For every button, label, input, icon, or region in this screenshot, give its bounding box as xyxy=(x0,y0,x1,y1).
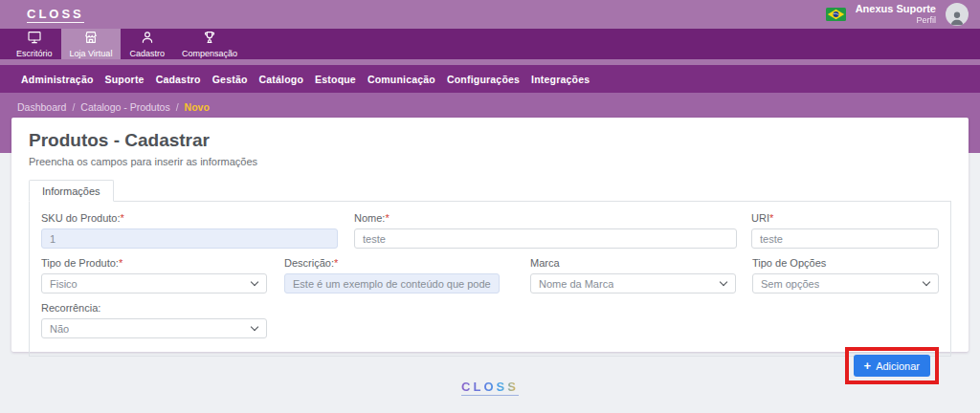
module-item-label: Loja Virtual xyxy=(70,49,113,58)
menu-item-cadastro[interactable]: Cadastro xyxy=(150,74,207,85)
trophy-icon xyxy=(202,30,217,47)
menu-item-comunicacao[interactable]: Comunicação xyxy=(362,74,441,85)
module-item-loja-virtual[interactable]: Loja Virtual xyxy=(61,29,122,59)
module-item-cadastro[interactable]: Cadastro xyxy=(121,29,173,59)
menu-item-configuracoes[interactable]: Configurações xyxy=(441,74,525,85)
recorrencia-label: Recorrência: xyxy=(41,302,267,314)
marca-value: Nome da Marca xyxy=(539,278,613,290)
tipo-opcoes-label: Tipo de Opções xyxy=(752,257,939,269)
plus-icon: + xyxy=(864,359,872,372)
uri-label: URI* xyxy=(751,212,939,224)
required-asterisk: * xyxy=(119,257,122,269)
sku-label: SKU do Produto:* xyxy=(41,212,338,224)
menu-item-suporte[interactable]: Suporte xyxy=(100,74,150,85)
menu-item-integracoes[interactable]: Integrações xyxy=(525,74,595,85)
tipo-produto-value: Fisico xyxy=(50,278,78,290)
field-descricao: Descrição:* xyxy=(284,257,500,293)
menu-item-administracao[interactable]: Administração xyxy=(15,74,100,85)
page-subtitle: Preencha os campos para inserir as infor… xyxy=(29,156,951,167)
field-recorrencia: Recorrência: Não xyxy=(41,302,267,338)
tipo-opcoes-select[interactable]: Sem opções xyxy=(752,273,939,293)
header-right: Anexus Suporte Perfil xyxy=(826,3,969,26)
module-item-label: Escritório xyxy=(16,49,53,58)
descricao-input[interactable] xyxy=(284,273,500,293)
breadcrumb-dashboard[interactable]: Dashboard xyxy=(17,101,66,113)
main-content: Dashboard / Catalogo - Produtos / Novo P… xyxy=(0,93,980,413)
module-item-label: Compensação xyxy=(182,49,237,58)
module-item-compensacao[interactable]: Compensação xyxy=(173,29,246,59)
field-tipo-opcoes: Tipo de Opções Sem opções xyxy=(752,257,939,293)
module-item-label: Cadastro xyxy=(129,49,165,58)
menu-item-estoque[interactable]: Estoque xyxy=(309,74,362,85)
marca-label: Marca xyxy=(530,257,736,269)
person-icon xyxy=(140,30,155,47)
adicionar-button-label: Adicionar xyxy=(876,360,920,372)
descricao-label: Descrição:* xyxy=(284,257,500,269)
field-marca: Marca Nome da Marca xyxy=(530,257,736,293)
breadcrumb-separator: / xyxy=(176,101,179,113)
nome-input[interactable] xyxy=(354,228,737,249)
store-icon xyxy=(83,30,99,47)
tipo-produto-label: Tipo de Produto:* xyxy=(41,257,267,269)
form-row-2: Tipo de Produto:* Fisico Descrição:* Mar… xyxy=(41,257,939,293)
required-asterisk: * xyxy=(334,257,338,269)
field-sku: SKU do Produto:* xyxy=(41,212,338,249)
form-row-1: SKU do Produto:* Nome:* URI* xyxy=(41,212,939,249)
form-panel: SKU do Produto:* Nome:* URI* Tipo de Pro… xyxy=(29,201,951,357)
nome-label: Nome:* xyxy=(354,212,737,224)
user-avatar[interactable] xyxy=(946,3,969,26)
marca-select[interactable]: Nome da Marca xyxy=(530,273,736,293)
page-title: Produtos - Cadastrar xyxy=(29,130,951,151)
module-nav: Escritório Loja Virtual Cadastro xyxy=(0,29,980,59)
field-tipo-produto: Tipo de Produto:* Fisico xyxy=(41,257,267,293)
app-logo[interactable]: CLOSS xyxy=(27,7,84,23)
tipo-opcoes-value: Sem opções xyxy=(761,278,819,290)
tipo-produto-select[interactable]: Fisico xyxy=(41,273,267,293)
breadcrumb-separator: / xyxy=(72,101,75,113)
required-asterisk: * xyxy=(121,212,124,224)
required-asterisk: * xyxy=(385,212,389,224)
adicionar-button[interactable]: + Adicionar xyxy=(854,355,930,377)
tab-bar: Informações xyxy=(29,180,951,201)
breadcrumb: Dashboard / Catalogo - Produtos / Novo xyxy=(0,93,980,112)
menu-item-gestao[interactable]: Gestão xyxy=(207,74,254,85)
user-name: Anexus Suporte xyxy=(856,3,936,15)
main-menu: Administração Suporte Cadastro Gestão Ca… xyxy=(0,65,980,93)
user-menu[interactable]: Anexus Suporte Perfil xyxy=(856,3,936,26)
desktop-icon xyxy=(27,30,42,47)
chevron-down-icon xyxy=(251,323,258,331)
actions-row: + Adicionar xyxy=(41,347,939,384)
tab-informacoes[interactable]: Informações xyxy=(29,180,114,202)
required-asterisk: * xyxy=(769,212,773,224)
breadcrumb-novo: Novo xyxy=(185,101,210,113)
brazil-flag-icon[interactable] xyxy=(826,8,846,21)
recorrencia-value: Não xyxy=(50,323,69,335)
form-row-3: Recorrência: Não xyxy=(41,302,939,338)
menu-item-catalogo[interactable]: Catálogo xyxy=(254,74,310,85)
recorrencia-select[interactable]: Não xyxy=(41,318,267,338)
chevron-down-icon xyxy=(923,278,930,286)
chevron-down-icon xyxy=(720,278,727,286)
uri-input[interactable] xyxy=(751,228,939,249)
field-uri: URI* xyxy=(751,212,939,249)
sku-input[interactable] xyxy=(41,228,338,249)
user-role: Perfil xyxy=(856,15,936,26)
module-item-escritorio[interactable]: Escritório xyxy=(8,29,61,59)
breadcrumb-catalogo-produtos[interactable]: Catalogo - Produtos xyxy=(80,101,169,113)
produtos-cadastrar-card: Produtos - Cadastrar Preencha os campos … xyxy=(11,118,969,352)
annotation-highlight: + Adicionar xyxy=(845,347,939,384)
chevron-down-icon xyxy=(251,278,258,286)
top-header: CLOSS Anexus Suporte Perfil xyxy=(0,0,980,29)
field-nome: Nome:* xyxy=(354,212,737,249)
